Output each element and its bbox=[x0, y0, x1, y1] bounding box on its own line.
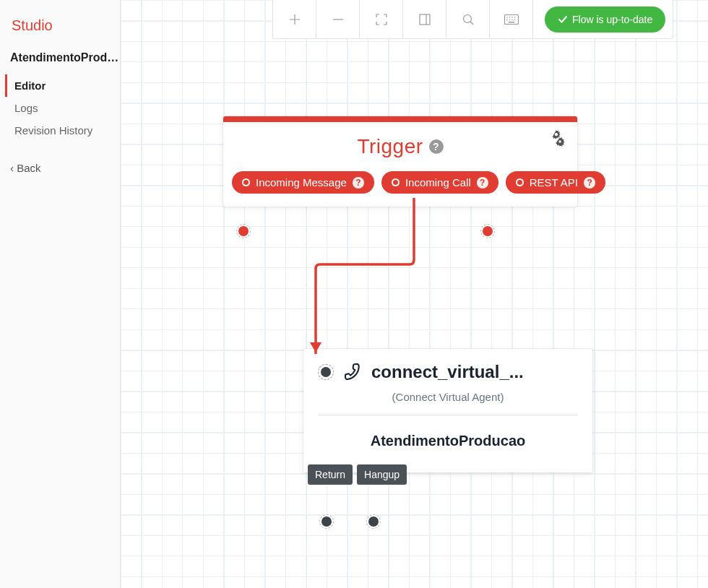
check-icon bbox=[558, 14, 568, 25]
port-icon bbox=[516, 178, 524, 186]
sidebar-item-editor[interactable]: Editor bbox=[5, 74, 120, 97]
widget-subtitle: (Connect Virtual Agent) bbox=[303, 391, 592, 415]
output-label: REST API bbox=[530, 176, 578, 189]
fullscreen-icon bbox=[375, 13, 388, 26]
output-label: Incoming Message bbox=[256, 176, 347, 189]
minus-icon bbox=[332, 13, 345, 26]
panel-button[interactable] bbox=[403, 0, 446, 38]
input-port[interactable] bbox=[318, 364, 334, 380]
trigger-output-incoming-message[interactable]: Incoming Message ? bbox=[232, 171, 374, 194]
fullscreen-button[interactable] bbox=[360, 0, 403, 38]
port-icon bbox=[242, 178, 250, 186]
widget-output-hangup[interactable]: Hangup bbox=[357, 464, 407, 485]
sidebar: Studio AtendimentoProducao Editor Logs R… bbox=[0, 0, 121, 588]
phone-icon bbox=[342, 362, 363, 382]
zoom-in-button[interactable] bbox=[273, 0, 316, 38]
flow-canvas[interactable] bbox=[121, 0, 708, 588]
back-link[interactable]: ‹ Back bbox=[0, 142, 120, 174]
back-label: Back bbox=[17, 162, 40, 174]
widget-output-return[interactable]: Return bbox=[308, 464, 353, 485]
connector-port[interactable] bbox=[366, 514, 381, 529]
flow-status[interactable]: Flow is up-to-date bbox=[545, 7, 665, 33]
flow-name: AtendimentoProducao bbox=[0, 51, 120, 74]
trigger-output-rest-api[interactable]: REST API ? bbox=[506, 171, 605, 194]
svg-point-9 bbox=[511, 19, 513, 20]
trigger-node[interactable]: Trigger ? bbox=[223, 116, 577, 207]
sidebar-items: Editor Logs Revision History bbox=[0, 74, 120, 142]
keyboard-icon bbox=[504, 14, 519, 25]
search-button[interactable] bbox=[446, 0, 490, 38]
svg-rect-0 bbox=[420, 14, 430, 25]
sidebar-item-revision-history[interactable]: Revision History bbox=[7, 119, 120, 142]
trigger-title: Trigger bbox=[357, 135, 423, 158]
port-icon bbox=[392, 178, 400, 186]
svg-point-6 bbox=[514, 17, 515, 18]
trigger-output-incoming-call[interactable]: Incoming Call ? bbox=[381, 171, 498, 194]
help-icon[interactable]: ? bbox=[477, 177, 488, 189]
connector-port[interactable] bbox=[480, 224, 495, 238]
svg-point-4 bbox=[509, 17, 510, 18]
svg-point-3 bbox=[506, 17, 508, 18]
trigger-settings-button[interactable] bbox=[548, 129, 567, 151]
svg-rect-11 bbox=[508, 22, 514, 23]
help-icon[interactable]: ? bbox=[429, 139, 444, 154]
status-label: Flow is up-to-date bbox=[572, 14, 652, 25]
svg-point-10 bbox=[514, 19, 515, 20]
svg-point-13 bbox=[555, 133, 558, 136]
zoom-out-button[interactable] bbox=[316, 0, 360, 38]
output-label: Incoming Call bbox=[405, 176, 471, 189]
search-icon bbox=[462, 13, 475, 26]
chevron-left-icon: ‹ bbox=[10, 162, 17, 174]
help-icon[interactable]: ? bbox=[584, 177, 595, 189]
toolbar: Flow is up-to-date bbox=[272, 0, 673, 39]
widget-node[interactable]: connect_virtual_... (Connect Virtual Age… bbox=[303, 349, 592, 472]
widget-body: AtendimentoProducao bbox=[318, 415, 578, 472]
svg-point-8 bbox=[509, 19, 510, 20]
gears-icon bbox=[548, 129, 567, 148]
plus-icon bbox=[288, 13, 301, 26]
svg-point-1 bbox=[463, 14, 471, 22]
keyboard-button[interactable] bbox=[490, 0, 533, 38]
svg-point-7 bbox=[506, 19, 508, 20]
brand-title: Studio bbox=[0, 12, 120, 51]
connector-port[interactable] bbox=[319, 514, 334, 529]
svg-point-5 bbox=[511, 17, 513, 18]
svg-point-14 bbox=[558, 140, 561, 142]
widget-title: connect_virtual_... bbox=[371, 362, 578, 382]
sidebar-item-logs[interactable]: Logs bbox=[7, 97, 120, 119]
help-icon[interactable]: ? bbox=[353, 177, 364, 189]
panel-icon bbox=[418, 13, 431, 26]
connector-port[interactable] bbox=[236, 224, 251, 238]
